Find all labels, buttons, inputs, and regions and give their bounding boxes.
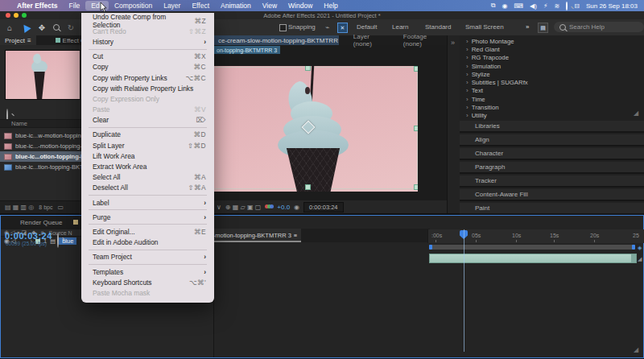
- menu-item-copy[interactable]: Copy⌘C: [81, 62, 214, 72]
- timeline-search-icon[interactable]: [57, 233, 59, 248]
- selection-tool-icon[interactable]: [19, 22, 32, 33]
- tab-footage[interactable]: Footage (none): [398, 35, 447, 45]
- panel-header-paint[interactable]: Paint: [460, 203, 644, 215]
- menu-item-team-project[interactable]: Team Project›: [81, 252, 214, 262]
- resize-grip-icon[interactable]: ◢: [634, 346, 638, 353]
- menu-item-label[interactable]: Label›: [81, 197, 214, 208]
- screen-mirroring-icon[interactable]: ⧉: [491, 2, 496, 10]
- notification-app-icon[interactable]: ◉: [502, 2, 508, 10]
- panel-header-tracker[interactable]: Tracker: [460, 175, 644, 188]
- layer-bar-out-handle[interactable]: [631, 254, 636, 262]
- work-area-bar[interactable]: [429, 245, 635, 250]
- menu-item-keyboard-shortcuts[interactable]: Keyboard Shortcuts⌥⌘': [81, 277, 214, 287]
- menu-item-history[interactable]: History›: [81, 36, 214, 47]
- composition-view[interactable]: [213, 66, 418, 192]
- menubar-item-help[interactable]: Help: [318, 2, 343, 10]
- panel-menu-icon[interactable]: ≡: [294, 232, 297, 239]
- snapping-checkbox[interactable]: [279, 24, 287, 31]
- menu-item-undo[interactable]: Undo Create Comp from Selection⌘Z: [81, 15, 214, 26]
- panel-header-content-aware-fill[interactable]: Content-Aware Fill: [460, 189, 644, 201]
- view-magnification-dropdown[interactable]: ∨: [217, 204, 221, 211]
- project-footer-icons[interactable]: ▤ ▦ ▥ ◎: [5, 204, 34, 211]
- work-area-start-handle[interactable]: [429, 245, 432, 250]
- tab-project[interactable]: Project ≡: [0, 35, 36, 45]
- work-area-marker-icon[interactable]: ◈: [638, 245, 642, 251]
- comp-mini-flowchart-label[interactable]: on-topping-BKTMTRR 3: [213, 46, 280, 54]
- menu-item-edit-original[interactable]: Edit Original...⌘E: [81, 226, 214, 237]
- volume-icon[interactable]: ◀): [530, 2, 537, 10]
- effects-category-row[interactable]: ›Time: [460, 95, 644, 103]
- menu-item-copy-relative-property-links[interactable]: Copy with Relative Property Links: [81, 83, 214, 93]
- menu-item-purge[interactable]: Purge›: [81, 212, 214, 222]
- menubar-item-effect[interactable]: Effect: [186, 2, 215, 10]
- effects-category-row[interactable]: ›Text: [460, 87, 644, 95]
- tab-layer[interactable]: Layer (none): [349, 35, 390, 45]
- panel-header-align[interactable]: Align: [460, 134, 644, 146]
- selection-handle[interactable]: [305, 66, 311, 71]
- control-center-icon[interactable]: ⊟: [574, 2, 580, 10]
- selection-handle[interactable]: [414, 66, 418, 72]
- effects-category-row[interactable]: ›Stylize: [460, 70, 644, 78]
- layer-name[interactable]: blue: [59, 237, 76, 245]
- panel-header-paragraph[interactable]: Paragraph: [460, 162, 644, 174]
- keyboard-icon[interactable]: ⌨: [514, 2, 524, 10]
- workspace-bar-icon[interactable]: ▤: [538, 23, 548, 33]
- workspace-tab-learn[interactable]: Learn: [392, 23, 408, 31]
- menubar-item-file[interactable]: File: [64, 2, 86, 10]
- workspace-tab-default[interactable]: Default: [357, 23, 377, 31]
- menu-item-copy-property-links[interactable]: Copy with Property Links⌥⌘C: [81, 72, 214, 83]
- menu-item-templates[interactable]: Templates›: [81, 266, 214, 277]
- menubar-item-layer[interactable]: Layer: [158, 2, 186, 10]
- menu-item-lift-work-area[interactable]: Lift Work Area: [81, 151, 214, 161]
- hand-tool-icon[interactable]: ✥: [35, 22, 48, 33]
- effects-category-row[interactable]: ›Utility: [460, 112, 644, 120]
- workspace-tab-small-screen[interactable]: Small Screen: [465, 23, 504, 31]
- panel-header-libraries[interactable]: Libraries: [460, 121, 644, 133]
- current-timecode[interactable]: 0:00:03:24: [5, 231, 52, 241]
- project-thumbnail[interactable]: [5, 50, 80, 100]
- spotlight-icon[interactable]: [566, 2, 568, 10]
- layer-duration-bar[interactable]: [429, 254, 637, 263]
- zoom-tool-icon[interactable]: [50, 22, 63, 33]
- exposure-value[interactable]: +0.0: [277, 204, 290, 211]
- menubar-item-composition[interactable]: Composition: [109, 2, 158, 10]
- menu-item-duplicate[interactable]: Duplicate⌘D: [81, 130, 214, 140]
- view-option-icons[interactable]: ⊕ ▦ ▱ ▣ ▢: [225, 204, 261, 211]
- menu-item-edit-in-adobe-audition[interactable]: Edit in Adobe Audition: [81, 237, 214, 248]
- tab-render-queue[interactable]: Render Queue: [1, 219, 62, 226]
- menubar-item-window[interactable]: Window: [283, 2, 318, 10]
- rotate-tool-icon[interactable]: ↻: [64, 22, 77, 33]
- menubar-clock[interactable]: Sun 26 Sep 18:03: [586, 2, 638, 10]
- menu-item-deselect-all[interactable]: Deselect All⇧⌘A: [81, 183, 214, 193]
- battery-icon[interactable]: ⚡: [543, 2, 548, 10]
- selection-handle[interactable]: [414, 184, 418, 190]
- menu-item-cut[interactable]: Cut⌘X: [81, 52, 214, 62]
- panel-header-character[interactable]: Character: [460, 148, 644, 160]
- work-area-track[interactable]: [427, 244, 643, 250]
- selection-handle[interactable]: [414, 126, 418, 131]
- menu-item-clear[interactable]: Clear⌦: [81, 115, 214, 126]
- menu-item-extract-work-area[interactable]: Extract Work Area: [81, 161, 214, 171]
- effects-category-row[interactable]: ›Photo Montage: [460, 37, 644, 45]
- bit-depth-label[interactable]: 8 bpc: [39, 204, 52, 210]
- work-area-end-handle[interactable]: [632, 245, 635, 250]
- effects-category-row[interactable]: ›Transition: [460, 103, 644, 111]
- wifi-icon[interactable]: ≋: [555, 2, 560, 10]
- effects-category-row[interactable]: ›Simulation: [460, 62, 644, 70]
- tab-composition[interactable]: ce-cream-slow-motion-topping-BKTMTRR 3 ≡: [213, 35, 339, 45]
- panel-menu-icon[interactable]: ≡: [27, 37, 31, 44]
- snap-features-icon[interactable]: ⌁: [325, 23, 329, 31]
- menubar-item-app[interactable]: After Effects: [11, 2, 64, 10]
- menu-item-select-all[interactable]: Select All⌘A: [81, 172, 214, 183]
- snap-mode-icon[interactable]: ✕: [337, 23, 348, 33]
- effects-category-row[interactable]: ›RG Trapcode: [460, 54, 644, 62]
- trash-icon[interactable]: ▭: [57, 204, 64, 211]
- effects-category-row[interactable]: ›Red Giant: [460, 45, 644, 53]
- menu-item-split-layer[interactable]: Split Layer⇧⌘D: [81, 140, 214, 151]
- preview-timecode[interactable]: 0:00:03:24: [303, 202, 343, 213]
- menubar-item-animation[interactable]: Animation: [215, 2, 257, 10]
- effects-category-row[interactable]: ›Subtitles | SUGARfx: [460, 78, 644, 86]
- search-help-input[interactable]: Search Help: [554, 22, 644, 32]
- menubar-item-view[interactable]: View: [257, 2, 283, 10]
- resize-grip-icon[interactable]: ◢: [634, 109, 638, 117]
